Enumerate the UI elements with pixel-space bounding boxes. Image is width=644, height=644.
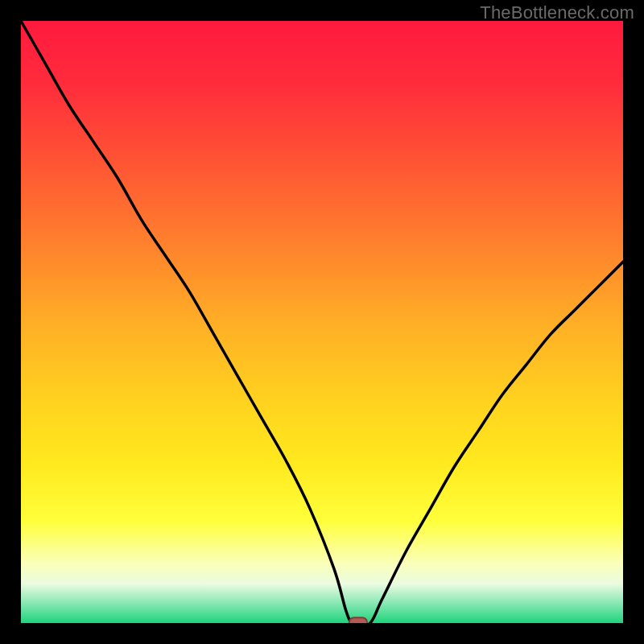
plot-background <box>21 21 623 623</box>
bottleneck-chart <box>21 21 623 623</box>
optimal-marker <box>349 617 367 623</box>
chart-frame: TheBottleneck.com <box>0 0 644 644</box>
